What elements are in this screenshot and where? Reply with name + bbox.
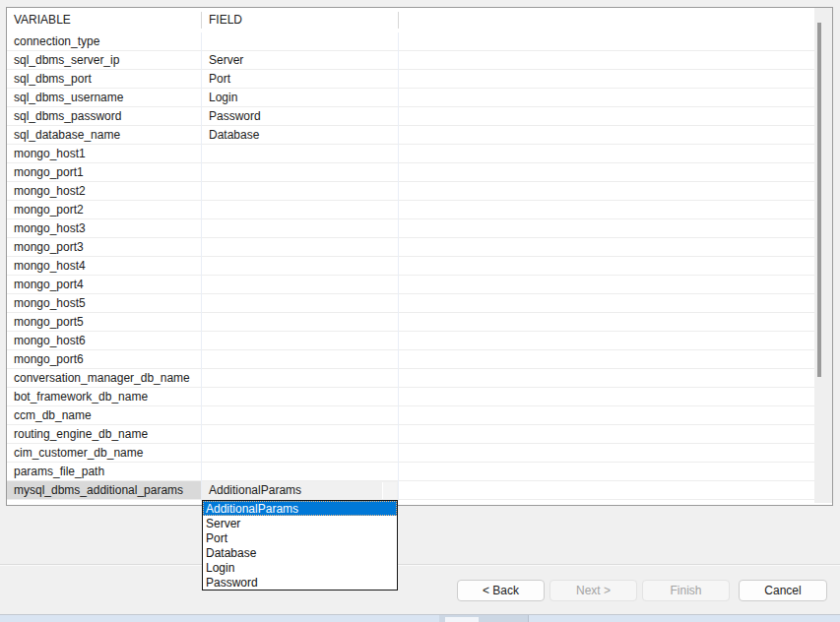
dropdown-option[interactable]: Password <box>203 575 397 590</box>
dropdown-option[interactable]: Login <box>203 560 397 575</box>
variable-cell: mongo_host6 <box>14 334 86 347</box>
variable-cell: mongo_port3 <box>14 240 84 254</box>
table-row[interactable]: mongo_host6 <box>7 332 814 350</box>
variable-cell: bot_framework_db_name <box>14 390 148 404</box>
column-header-variable: VARIABLE <box>14 13 71 27</box>
field-cell: Server <box>209 53 243 67</box>
table-row[interactable]: mongo_host3 <box>7 219 814 238</box>
table-row[interactable]: cim_customer_db_name <box>7 444 814 463</box>
dropdown-option[interactable]: Server <box>203 516 397 530</box>
variable-cell: mongo_port1 <box>14 165 84 179</box>
grid-header-row: VARIABLE FIELD <box>7 8 814 32</box>
table-row[interactable]: mongo_port3 <box>7 238 814 257</box>
variable-cell: sql_dbms_server_ip <box>14 53 119 67</box>
dropdown-option[interactable]: AdditionalParams <box>203 501 397 516</box>
header-column-separator <box>398 12 399 29</box>
scrollbar-thumb[interactable] <box>817 23 821 377</box>
variable-cell: routing_engine_db_name <box>14 427 148 441</box>
variable-cell: mongo_host4 <box>14 259 86 273</box>
table-row[interactable]: sql_dbms_username Login <box>7 89 814 107</box>
variable-cell: sql_database_name <box>14 128 120 142</box>
variable-cell: cim_customer_db_name <box>14 446 143 460</box>
table-row[interactable]: mongo_port2 <box>7 201 814 219</box>
table-row[interactable]: ccm_db_name <box>7 406 814 425</box>
table-row[interactable]: mysql_dbms_additional_params <box>7 481 814 500</box>
table-row[interactable]: sql_database_name Database <box>7 126 814 145</box>
variable-cell: mongo_host1 <box>14 147 86 160</box>
variable-cell: mysql_dbms_additional_params <box>14 483 183 497</box>
dropdown-option[interactable]: Database <box>203 545 397 560</box>
table-row[interactable]: sql_dbms_port Port <box>7 70 814 89</box>
table-row[interactable]: sql_dbms_server_ip Server <box>7 51 814 70</box>
table-row[interactable]: mongo_host1 <box>7 145 814 163</box>
field-cell: Database <box>209 128 259 142</box>
taskbar-button <box>445 617 479 622</box>
variable-cell: mongo_port5 <box>14 315 84 329</box>
next-button[interactable]: Next > <box>549 580 637 601</box>
field-cell: Port <box>209 72 230 86</box>
table-row[interactable]: params_file_path <box>7 463 814 481</box>
variable-cell: sql_dbms_username <box>14 91 123 104</box>
combobox-dropdown-button[interactable] <box>382 482 397 499</box>
field-combobox[interactable]: AdditionalParams <box>202 481 398 500</box>
footer-divider-highlight <box>0 565 840 566</box>
combobox-dropdown-list: AdditionalParamsServerPortDatabaseLoginP… <box>202 500 398 591</box>
variable-cell: sql_dbms_password <box>14 109 121 123</box>
variable-cell: mongo_port4 <box>14 278 84 291</box>
table-row[interactable]: mongo_port4 <box>7 276 814 294</box>
table-row[interactable]: sql_dbms_password Password <box>7 107 814 126</box>
variable-cell: params_file_path <box>14 465 104 478</box>
finish-button[interactable]: Finish <box>642 580 730 601</box>
table-row[interactable]: mongo_port6 <box>7 350 814 369</box>
grid-body: connection_type sql_dbms_server_ip Serve… <box>7 32 814 500</box>
table-row[interactable]: bot_framework_db_name <box>7 388 814 406</box>
header-column-separator <box>201 12 202 29</box>
back-button[interactable]: < Back <box>457 580 545 601</box>
combobox-value: AdditionalParams <box>209 483 301 497</box>
variable-cell: mongo_port6 <box>14 352 84 366</box>
cancel-button[interactable]: Cancel <box>739 580 827 601</box>
variable-cell: ccm_db_name <box>14 408 92 422</box>
vertical-scrollbar[interactable] <box>814 8 832 503</box>
field-cell: Password <box>209 109 261 123</box>
variable-cell: conversation_manager_db_name <box>14 371 190 385</box>
body-column-separator <box>398 32 399 501</box>
taskbar-strip <box>0 614 840 622</box>
variable-field-grid: VARIABLE FIELD connection_type sql_dbms_… <box>6 7 833 506</box>
column-header-field: FIELD <box>209 13 242 27</box>
variable-cell: mongo_host3 <box>14 221 86 235</box>
variable-cell: mongo_host5 <box>14 296 86 310</box>
dropdown-option[interactable]: Port <box>203 530 397 545</box>
table-row[interactable]: mongo_host2 <box>7 182 814 201</box>
table-row[interactable]: mongo_port5 <box>7 313 814 332</box>
table-row[interactable]: conversation_manager_db_name <box>7 369 814 388</box>
table-row[interactable]: routing_engine_db_name <box>7 425 814 444</box>
field-cell: Login <box>209 91 237 104</box>
variable-cell: connection_type <box>14 34 99 48</box>
variable-cell: mongo_port2 <box>14 203 84 217</box>
taskbar-separator <box>528 615 529 622</box>
table-row[interactable]: mongo_port1 <box>7 163 814 182</box>
variable-cell: mongo_host2 <box>14 184 86 198</box>
variable-cell: sql_dbms_port <box>14 72 92 86</box>
body-column-separator <box>201 32 202 501</box>
table-row[interactable]: mongo_host4 <box>7 257 814 276</box>
table-row[interactable]: mongo_host5 <box>7 294 814 313</box>
table-row[interactable]: connection_type <box>7 32 814 51</box>
